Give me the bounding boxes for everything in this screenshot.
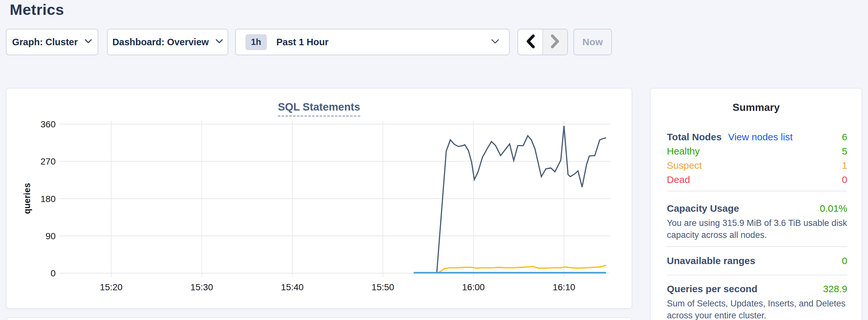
queries-per-second-label: Queries per second — [667, 284, 757, 294]
x-tick-label: 15:20 — [100, 282, 123, 292]
x-tick-label: 15:30 — [190, 282, 213, 292]
graph-scope-dropdown[interactable]: Graph: Cluster — [6, 29, 98, 55]
summary-divider — [667, 275, 847, 276]
chevron-down-icon — [84, 39, 92, 45]
queries-per-second-value: 328.9 — [823, 284, 847, 294]
next-chart-card — [6, 317, 632, 320]
y-tick-label: 360 — [40, 119, 56, 129]
sql-statements-chart-card: SQL Statements queries 09018027036015:20… — [6, 88, 632, 309]
summary-panel: Summary Total Nodes View nodes list 6 He… — [650, 88, 862, 320]
y-tick-label: 180 — [40, 194, 56, 204]
time-range-dropdown[interactable]: 1h Past 1 Hour — [235, 29, 510, 55]
next-time-window-button[interactable] — [542, 29, 567, 55]
x-tick-label: 16:10 — [553, 282, 575, 292]
total-nodes-label: Total Nodes — [667, 132, 721, 142]
dashboard-dropdown-label: Dashboard: Overview — [112, 37, 209, 47]
total-nodes-value: 6 — [842, 132, 847, 142]
time-range-label: Past 1 Hour — [277, 37, 329, 47]
summary-divider — [667, 246, 847, 247]
page-title: Metrics — [10, 1, 64, 19]
graph-scope-dropdown-label: Graph: Cluster — [12, 37, 78, 47]
capacity-usage-description: You are using 315.9 MiB of 3.6 TiB usabl… — [667, 217, 848, 241]
total-nodes-row: Total Nodes View nodes list 6 — [667, 130, 847, 144]
dead-nodes-label: Dead — [667, 174, 690, 185]
series-total-queries-dark — [437, 126, 607, 273]
capacity-usage-label: Capacity Usage — [667, 203, 739, 214]
chevron-left-icon — [525, 34, 535, 50]
prev-time-window-button[interactable] — [518, 29, 542, 55]
unavailable-ranges-label: Unavailable ranges — [667, 255, 755, 266]
healthy-nodes-row: Healthy 5 — [667, 144, 847, 158]
unavailable-ranges-value: 0 — [842, 255, 847, 266]
metrics-page: Metrics Graph: Cluster Dashboard: Overvi… — [0, 0, 868, 320]
sql-statements-chart[interactable]: 09018027036015:2015:3015:4015:5016:0016:… — [6, 89, 633, 309]
dashboard-dropdown[interactable]: Dashboard: Overview — [107, 29, 228, 55]
y-tick-label: 0 — [51, 268, 56, 278]
dead-nodes-value: 0 — [842, 174, 847, 185]
time-range-badge: 1h — [245, 34, 267, 50]
view-nodes-list-link[interactable]: View nodes list — [728, 132, 793, 142]
suspect-nodes-row: Suspect 1 — [667, 158, 847, 172]
suspect-nodes-value: 1 — [842, 160, 847, 171]
chevron-down-icon — [491, 39, 499, 45]
queries-per-second-row: Queries per second 328.9 — [667, 282, 847, 296]
chevron-right-icon — [550, 34, 560, 50]
y-tick-label: 90 — [45, 231, 56, 241]
y-tick-label: 270 — [40, 156, 56, 166]
capacity-usage-value: 0.01% — [820, 203, 847, 214]
summary-title: Summary — [651, 101, 862, 114]
x-tick-label: 15:40 — [281, 282, 304, 292]
healthy-nodes-value: 5 — [842, 146, 847, 157]
unavailable-ranges-row: Unavailable ranges 0 — [667, 254, 847, 268]
healthy-nodes-label: Healthy — [667, 146, 700, 157]
dead-nodes-row: Dead 0 — [667, 172, 847, 187]
x-tick-label: 15:50 — [372, 282, 394, 292]
x-tick-label: 16:00 — [462, 282, 485, 292]
time-window-nav — [518, 29, 568, 55]
suspect-nodes-label: Suspect — [667, 160, 702, 171]
now-button[interactable]: Now — [574, 29, 612, 55]
chevron-down-icon — [215, 39, 223, 45]
queries-per-second-description: Sum of Selects, Updates, Inserts, and De… — [667, 298, 848, 320]
summary-divider — [667, 191, 847, 191]
capacity-usage-row: Capacity Usage 0.01% — [667, 201, 847, 216]
